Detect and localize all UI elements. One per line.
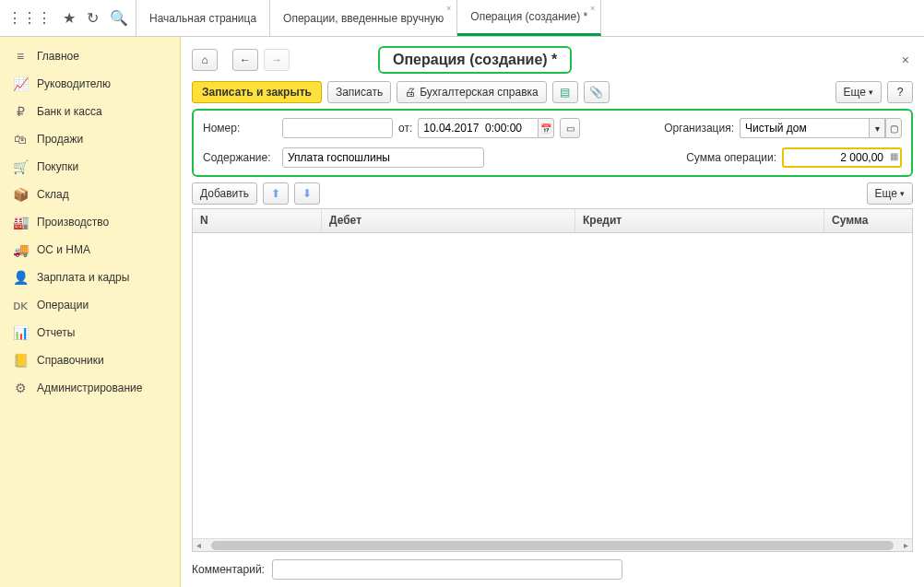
org-field: ▾ ▢ — [740, 118, 902, 138]
cart-icon: 🛒 — [13, 159, 28, 174]
close-icon: × — [902, 53, 909, 67]
form-doc-button[interactable]: ▭ — [560, 118, 580, 138]
search-icon[interactable]: 🔍 — [110, 9, 128, 27]
dk-icon: ᴅᴋ — [13, 298, 28, 312]
sum-field: ▦ — [782, 147, 902, 168]
top-bar: ⋮⋮⋮ ★ ↻ 🔍 Начальная страница Операции, в… — [0, 0, 924, 37]
sidebar-item-main[interactable]: ≡Главное — [0, 42, 180, 70]
save-close-button[interactable]: Записать и закрыть — [192, 81, 322, 103]
scroll-thumb[interactable] — [211, 541, 894, 550]
scroll-left-icon[interactable]: ◂ — [196, 540, 201, 550]
org-label: Организация: — [664, 122, 734, 135]
sidebar-item-label: Операции — [37, 299, 89, 311]
org-open-button[interactable]: ▢ — [885, 118, 902, 138]
nav-row: ⌂ ← → Операция (создание) * × — [192, 46, 913, 74]
more-button[interactable]: Еще▾ — [835, 81, 882, 103]
sidebar-item-bank[interactable]: ₽Банк и касса — [0, 98, 180, 125]
bars-icon: 📊 — [13, 325, 28, 340]
close-panel-button[interactable]: × — [898, 53, 913, 67]
org-input[interactable] — [740, 118, 869, 138]
sidebar-item-label: Отчеты — [37, 326, 75, 339]
sidebar-item-label: Справочники — [37, 354, 104, 367]
col-n[interactable]: N — [193, 209, 322, 232]
sidebar-item-warehouse[interactable]: 📦Склад — [0, 181, 180, 208]
chart-icon: 📈 — [13, 76, 28, 91]
sidebar-item-label: Покупки — [37, 160, 78, 173]
content-label: Содержание: — [203, 151, 277, 164]
sidebar-item-catalogs[interactable]: 📒Справочники — [0, 346, 180, 374]
move-down-button[interactable]: ⬇ — [294, 182, 320, 205]
print-reference-button[interactable]: 🖨Бухгалтерская справка — [397, 81, 547, 103]
table-body[interactable] — [193, 233, 912, 538]
date-field: 📅 — [418, 118, 554, 138]
apps-icon[interactable]: ⋮⋮⋮ — [7, 9, 52, 27]
sum-input[interactable] — [782, 147, 902, 168]
tab-home[interactable]: Начальная страница — [136, 0, 270, 36]
book-icon: 📒 — [13, 353, 28, 368]
sidebar-item-hr[interactable]: 👤Зарплата и кадры — [0, 264, 180, 291]
arrow-down-icon: ⬇ — [302, 187, 312, 200]
add-row-button[interactable]: Добавить — [192, 182, 257, 205]
sidebar-item-label: Администрирование — [37, 382, 142, 394]
sidebar-item-purchases[interactable]: 🛒Покупки — [0, 153, 180, 181]
chevron-down-icon: ▾ — [875, 123, 880, 134]
col-credit[interactable]: Кредит — [575, 209, 824, 232]
help-button[interactable]: ? — [887, 81, 913, 103]
sidebar-item-assets[interactable]: 🚚ОС и НМА — [0, 236, 180, 264]
col-debit[interactable]: Дебет — [322, 209, 575, 232]
move-up-button[interactable]: ⬆ — [263, 182, 289, 205]
tab-label: Операции, введенные вручную — [283, 12, 444, 25]
sidebar-item-operations[interactable]: ᴅᴋОперации — [0, 291, 180, 319]
horizontal-scrollbar[interactable]: ◂ ▸ — [193, 538, 912, 551]
sidebar-item-label: Производство — [37, 216, 109, 229]
tab-operations-manual[interactable]: Операции, введенные вручную × — [270, 0, 457, 36]
sidebar-item-sales[interactable]: 🛍Продажи — [0, 125, 180, 153]
main-panel: ⌂ ← → Операция (создание) * × Записать и… — [181, 37, 924, 587]
calendar-button[interactable]: 📅 — [538, 118, 554, 138]
sidebar-item-label: ОС и НМА — [37, 243, 90, 256]
history-icon[interactable]: ↻ — [87, 9, 99, 27]
arrow-up-icon: ⬆ — [271, 187, 280, 200]
sidebar-item-admin[interactable]: ⚙Администрирование — [0, 374, 180, 402]
close-icon[interactable]: × — [446, 4, 451, 13]
sidebar-item-reports[interactable]: 📊Отчеты — [0, 319, 180, 346]
scroll-right-icon[interactable]: ▸ — [904, 540, 908, 550]
table-more-button[interactable]: Еще▾ — [867, 182, 913, 205]
document-icon: ▤ — [560, 86, 570, 99]
chevron-down-icon: ▾ — [900, 189, 905, 198]
home-icon: ⌂ — [201, 53, 207, 66]
back-button[interactable]: ← — [232, 49, 258, 71]
factory-icon: 🏭 — [13, 215, 28, 229]
sidebar-item-label: Склад — [37, 188, 69, 201]
more-label: Еще — [844, 86, 866, 99]
sum-label: Сумма операции: — [686, 151, 776, 164]
print-label: Бухгалтерская справка — [420, 86, 539, 99]
form-header: Номер: от: 📅 ▭ Организация: ▾ ▢ Содержан… — [192, 109, 913, 177]
action-toolbar: Записать и закрыть Записать 🖨Бухгалтерск… — [192, 81, 913, 103]
sidebar-item-label: Зарплата и кадры — [37, 271, 129, 284]
forward-button[interactable]: → — [264, 49, 290, 71]
star-icon[interactable]: ★ — [63, 9, 76, 27]
sidebar-item-production[interactable]: 🏭Производство — [0, 208, 180, 236]
home-button[interactable]: ⌂ — [192, 49, 218, 71]
comment-input[interactable] — [272, 559, 622, 580]
table-toolbar: Добавить ⬆ ⬇ Еще▾ — [192, 182, 913, 205]
close-icon[interactable]: × — [590, 4, 595, 13]
save-button[interactable]: Записать — [327, 81, 391, 103]
date-input[interactable] — [418, 118, 538, 138]
arrow-left-icon: ← — [240, 53, 251, 66]
truck-icon: 🚚 — [13, 242, 28, 257]
attach-button[interactable]: 📎 — [584, 81, 610, 103]
content-input[interactable] — [282, 147, 484, 168]
top-icon-group: ⋮⋮⋮ ★ ↻ 🔍 — [0, 0, 136, 36]
col-sum[interactable]: Сумма — [824, 209, 912, 232]
table-header: N Дебет Кредит Сумма — [193, 209, 912, 233]
sidebar-item-manager[interactable]: 📈Руководителю — [0, 70, 180, 98]
org-dropdown-button[interactable]: ▾ — [869, 118, 885, 138]
calculator-icon[interactable]: ▦ — [890, 151, 898, 161]
report-button[interactable]: ▤ — [552, 81, 578, 103]
tab-operation-create[interactable]: Операция (создание) * × — [457, 0, 601, 36]
tab-label: Операция (создание) * — [470, 10, 587, 23]
entries-table: N Дебет Кредит Сумма ◂ ▸ — [192, 208, 913, 552]
number-input[interactable] — [282, 118, 393, 138]
